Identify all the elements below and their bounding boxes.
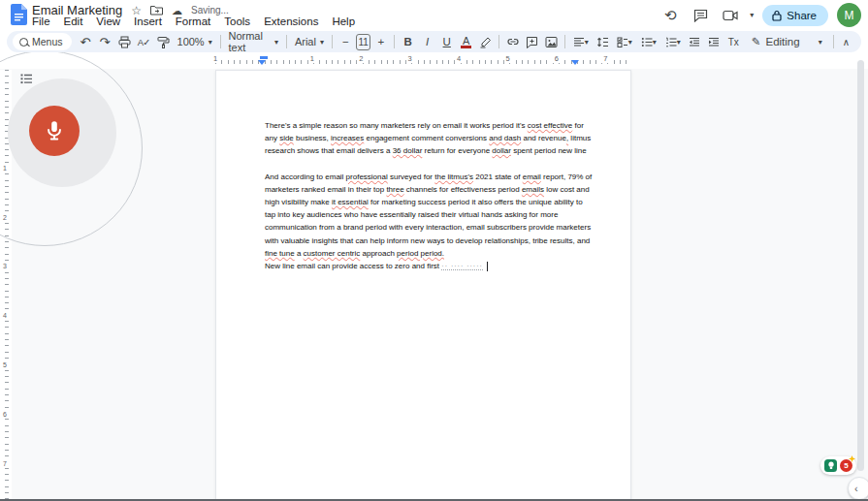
first-line-indent-marker[interactable] [260,56,268,59]
left-indent-marker[interactable] [258,60,266,65]
clear-formatting-button[interactable]: Tx [724,32,743,51]
share-button[interactable]: Share [762,5,828,26]
font-size-input[interactable]: 11 [356,34,371,50]
text-cursor [487,262,489,271]
vertical-ruler[interactable]: 1234567 [0,70,12,499]
video-call-icon[interactable] [720,5,741,26]
avatar[interactable]: M [837,3,861,27]
print-button[interactable] [115,32,134,51]
ruler-number: 5 [503,54,511,63]
vertical-scrollbar[interactable] [857,60,864,471]
ruler-number: 1 [308,54,316,63]
chevron-down-icon: ▾ [677,38,681,47]
menu-insert[interactable]: Insert [127,15,169,28]
chevron-down-icon: ▾ [320,38,324,47]
horizontal-ruler[interactable]: 11234567 [0,53,868,69]
ruler-number: 7 [601,54,609,63]
show-side-panel-button[interactable]: ‹ [848,477,868,500]
font-select[interactable]: Arial ▾ [291,36,328,47]
separator [564,35,565,48]
menu-extensions[interactable]: Extensions [257,15,325,28]
search-menus-button[interactable]: Menus [13,33,72,50]
increase-font-size-button[interactable]: + [371,32,390,51]
chevron-down-icon: ▾ [585,38,589,47]
menu-edit[interactable]: Edit [57,15,90,28]
align-button[interactable]: ▾ [569,32,593,51]
line-spacing-button[interactable] [594,32,612,51]
font-value: Arial [295,36,316,47]
menu-file[interactable]: File [25,15,57,28]
hide-menus-button[interactable]: ∧ [837,37,855,47]
underline-button[interactable]: U [437,32,456,51]
google-docs-window: 11234567 1234567 There's a simple reason… [0,0,868,501]
suggestions-count-badge[interactable]: 5 [840,459,852,472]
separator [220,35,221,48]
menus-label: Menus [32,36,63,47]
bulleted-list-button[interactable]: ▾ [637,32,660,51]
menu-tools[interactable]: Tools [217,15,257,28]
undo-button[interactable]: ↶ [77,32,95,51]
style-value: Normal text [228,30,271,53]
separator [394,35,395,48]
separator [498,35,499,48]
menu-help[interactable]: Help [325,15,362,28]
suggestions-pill[interactable]: 5 [820,456,856,475]
separator [286,35,287,48]
chevron-down-icon: ▾ [209,38,212,47]
increase-indent-button[interactable] [705,32,723,51]
chevron-left-icon: ‹ [854,483,858,494]
separator [833,35,834,48]
right-indent-marker[interactable] [571,60,579,65]
ruler-number: 1 [211,54,219,63]
ruler-number: 1 [0,164,10,171]
voice-mic-button[interactable] [29,106,80,156]
decrease-font-size-button[interactable]: − [337,32,355,51]
microphone-icon [42,118,67,143]
chevron-down-icon: ▾ [819,38,822,47]
spellcheck-button[interactable]: A✓ [135,32,153,51]
voice-language-list-icon[interactable] [20,74,33,84]
ruler-ticks [5,70,9,499]
separator [332,35,333,48]
menu-bar: File Edit View Insert Format Tools Exten… [25,15,362,28]
document-page[interactable]: There's a simple reason so many marketer… [215,70,631,501]
chevron-down-icon: ▾ [274,38,278,47]
paint-format-button[interactable] [154,32,173,51]
comment-history-icon[interactable] [690,5,711,26]
ruler-number: 3 [406,54,414,63]
menu-view[interactable]: View [89,15,127,28]
header: Email Marketing ☆ ☁ Saving... File Edit … [0,0,868,30]
lock-icon [772,10,782,21]
ruler-number: 5 [0,361,10,368]
menu-format[interactable]: Format [169,15,217,28]
search-icon [19,38,28,47]
video-call-caret-icon[interactable]: ▾ [750,11,754,19]
ruler-number: 6 [0,410,10,417]
voice-interim-text: ·· ···· ····· [441,263,483,270]
insert-link-button[interactable] [503,32,522,51]
text-color-button[interactable]: A [457,32,475,51]
editing-mode-button[interactable]: ✎ Editing ▾ [744,35,830,48]
ruler-ticks [215,60,632,64]
numbered-list-button[interactable]: ▾ [661,32,685,51]
decrease-indent-button[interactable] [686,32,704,51]
highlight-color-button[interactable] [476,32,495,51]
suggestion-bulb-icon[interactable] [824,459,837,472]
insert-image-button[interactable] [542,32,561,51]
ruler-number: 7 [0,459,10,466]
redo-button[interactable]: ↷ [96,32,114,51]
ruler-number: 4 [0,312,10,319]
text-color-glyph: A [463,36,469,46]
version-history-icon[interactable]: ⟲ [659,5,681,26]
italic-button[interactable]: I [418,32,436,51]
bold-button[interactable]: B [399,32,417,51]
ruler-number: 2 [357,54,365,63]
paragraph-style-select[interactable]: Normal text ▾ [224,30,282,53]
chevron-down-icon: ▾ [653,38,657,47]
checklist-button[interactable]: ▾ [613,32,636,51]
add-comment-button[interactable] [523,32,541,51]
chevron-down-icon: ▾ [628,38,632,47]
zoom-select[interactable]: 100% ▾ [174,36,216,47]
document-text[interactable]: There's a simple reason so many marketer… [265,119,595,285]
toolbar: Menus ↶ ↷ A✓ 100% ▾ Normal text ▾ Arial … [7,31,861,52]
